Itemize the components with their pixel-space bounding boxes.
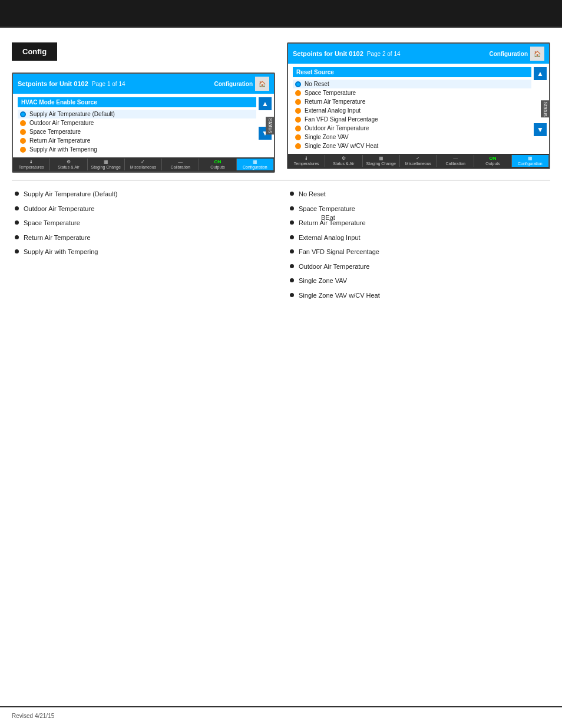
option-3[interactable]: Space Temperature — [18, 127, 256, 136]
option-4[interactable]: Return Air Temperature — [18, 136, 256, 145]
bottom-divider — [0, 706, 562, 707]
right-bullet-7: Single Zone VAV — [290, 276, 547, 286]
screen2-body: Reset Source No Reset Space Temperature — [288, 64, 549, 154]
nav2-tab-outputs[interactable]: ON Outputs — [474, 155, 511, 167]
reset-radio-6 — [295, 126, 301, 131]
reset-option-3[interactable]: Return Air Temperature — [293, 97, 531, 106]
screen2-title: Setpoints for Unit 0102 — [293, 50, 363, 57]
right-bullet-4: External Analog Input — [290, 233, 547, 243]
screen2-panel: Setpoints for Unit 0102 Page 2 of 14 Con… — [287, 42, 550, 169]
reset-option-2[interactable]: Space Temperature — [293, 88, 531, 97]
reset-option-1[interactable]: No Reset — [293, 80, 531, 88]
left-bullet-4: Return Air Temperature — [15, 233, 272, 243]
config-label: Config — [22, 47, 47, 56]
nav-tab-calibration[interactable]: — Calibration — [162, 159, 199, 170]
reset-option-5[interactable]: Fan VFD Signal Percentage — [293, 115, 531, 124]
reset-option-8[interactable]: Single Zone VAV w/CV Heat — [293, 141, 531, 150]
screen2-page: Page 2 of 14 — [367, 51, 401, 57]
right-bullet-8: Single Zone VAV w/CV Heat — [290, 291, 547, 301]
screen1-nav-bar: 🌡 Temperatures ⚙ Status & Air ▦ Staging … — [13, 157, 274, 172]
screen2-header: Setpoints for Unit 0102 Page 2 of 14 Con… — [288, 44, 549, 64]
screen1-body: HVAC Mode Enable Source Supply Air Tempe… — [13, 94, 274, 157]
reset-option-7[interactable]: Single Zone VAV — [293, 133, 531, 141]
left-text-col: Supply Air Temperature (Default) Outdoor… — [15, 189, 272, 305]
page-footer: Revised 4/21/15 — [12, 713, 54, 719]
screen1-section-title: HVAC Mode Enable Source — [18, 97, 256, 107]
beat-text: BEat — [321, 214, 335, 221]
screen2-down-arrow[interactable]: ▼ — [534, 123, 547, 136]
radio-active-1 — [20, 111, 26, 117]
top-bar — [0, 0, 562, 27]
screen2-wrapper: Setpoints for Unit 0102 Page 2 of 14 Con… — [287, 42, 550, 169]
right-text-col: No Reset Space Temperature Return Air Te… — [290, 189, 547, 305]
status-button[interactable]: Status — [266, 117, 275, 134]
screen1-wrapper: Setpoints for Unit 0102 Page 1 of 14 Con… — [12, 73, 275, 173]
nav-tab-staging[interactable]: ▦ Staging Change — [88, 159, 125, 170]
nav-tab-misc[interactable]: ✓ Miscellaneous — [125, 159, 162, 170]
right-bullet-6: Outdoor Air Temperature — [290, 262, 547, 272]
radio-5 — [20, 147, 26, 153]
option-1[interactable]: Supply Air Temperature (Default) — [18, 110, 256, 118]
reset-radio-5 — [295, 117, 301, 123]
nav-tab-outputs[interactable]: ON Outputs — [199, 159, 236, 170]
screen1-config: Configuration — [214, 81, 253, 87]
left-bullet-3: Space Temperature — [15, 218, 272, 228]
option-5[interactable]: Supply Air with Tempering — [18, 145, 256, 154]
screen2-nav-bar: 🌡 Temperatures ⚙ Status & Air ▦ Staging … — [288, 154, 549, 168]
footer-revised: Revised 4/21/15 — [12, 713, 54, 719]
option-2[interactable]: Outdoor Air Temperature — [18, 118, 256, 127]
nav2-tab-temperatures[interactable]: 🌡 Temperatures — [288, 155, 325, 167]
nav2-tab-staging[interactable]: ▦ Staging Change — [363, 155, 400, 167]
screen2-status-button[interactable]: Status — [541, 100, 550, 118]
nav2-tab-misc[interactable]: ✓ Miscellaneous — [400, 155, 437, 167]
radio-3 — [20, 129, 26, 135]
nav-tab-configuration[interactable]: ▦ Configuration — [237, 159, 274, 170]
left-bullet-5: Supply Air with Tempering — [15, 247, 272, 257]
nav2-tab-calibration[interactable]: — Calibration — [437, 155, 474, 167]
screen2-up-arrow[interactable]: ▲ — [534, 67, 547, 80]
right-column: Setpoints for Unit 0102 Page 2 of 14 Con… — [287, 42, 550, 173]
reset-radio-8 — [295, 143, 301, 149]
screen2-section-title: Reset Source — [293, 67, 531, 77]
reset-option-6[interactable]: Outdoor Air Temperature — [293, 124, 531, 133]
right-bullet-1: No Reset — [290, 189, 547, 199]
reset-radio-2 — [295, 90, 301, 96]
left-bullet-1: Supply Air Temperature (Default) — [15, 189, 272, 199]
section-divider-1 — [12, 180, 550, 180]
screen2-config: Configuration — [489, 51, 528, 57]
left-column: Config Setpoints for Unit 0102 Page 1 of… — [12, 42, 275, 173]
screen1-panel: Setpoints for Unit 0102 Page 1 of 14 Con… — [12, 73, 275, 173]
screen1-header: Setpoints for Unit 0102 Page 1 of 14 Con… — [13, 74, 274, 94]
reset-option-4[interactable]: External Analog Input — [293, 106, 531, 115]
right-bullet-5: Fan VFD Signal Percentage — [290, 247, 547, 257]
screen1-page: Page 1 of 14 — [92, 81, 125, 87]
nav2-tab-status-air[interactable]: ⚙ Status & Air — [325, 155, 362, 167]
reset-radio-3 — [295, 99, 301, 105]
right-bullet-2: Space Temperature — [290, 204, 547, 214]
screen1-title: Setpoints for Unit 0102 — [18, 80, 88, 87]
radio-4 — [20, 138, 26, 144]
reset-radio-7 — [295, 134, 301, 140]
screen1-up-arrow[interactable]: ▲ — [259, 97, 272, 110]
nav-tab-temperatures[interactable]: 🌡 Temperatures — [13, 159, 50, 170]
screenshots-row: Config Setpoints for Unit 0102 Page 1 of… — [12, 42, 550, 173]
nav-tab-status-air[interactable]: ⚙ Status & Air — [50, 159, 87, 170]
two-col-text: Supply Air Temperature (Default) Outdoor… — [15, 189, 547, 305]
screen2-home-icon[interactable]: 🏠 — [530, 47, 544, 61]
reset-radio-active-1 — [295, 81, 301, 87]
text-section: Supply Air Temperature (Default) Outdoor… — [12, 189, 550, 305]
left-bullet-2: Outdoor Air Temperature — [15, 204, 272, 214]
radio-2 — [20, 120, 26, 126]
home-icon[interactable]: 🏠 — [255, 77, 269, 91]
main-content: Config Setpoints for Unit 0102 Page 1 of… — [0, 28, 562, 314]
reset-radio-4 — [295, 108, 301, 114]
nav2-tab-configuration[interactable]: ▦ Configuration — [512, 155, 549, 167]
config-button[interactable]: Config — [12, 42, 57, 61]
